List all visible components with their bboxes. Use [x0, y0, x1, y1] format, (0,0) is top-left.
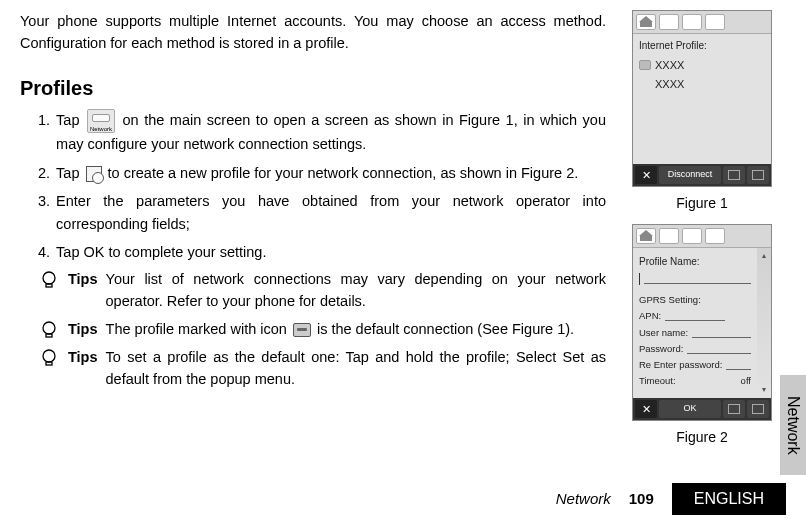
side-tab: Network: [780, 375, 806, 475]
svg-rect-3: [46, 334, 52, 337]
nav-icon[interactable]: [659, 228, 679, 244]
svg-point-0: [43, 272, 55, 284]
toolbar-icon[interactable]: [747, 400, 769, 418]
tip-3: Tips To set a profile as the default one…: [38, 347, 606, 391]
profile-name-input[interactable]: [639, 273, 751, 285]
nav-icon[interactable]: [682, 14, 702, 30]
step-1: 1. Tap Network on the main screen to ope…: [38, 109, 606, 156]
nav-icon[interactable]: [659, 14, 679, 30]
gprs-setting-label: GPRS Setting:: [639, 293, 751, 307]
up-arrow-icon[interactable]: ▴: [762, 250, 766, 262]
timeout-row[interactable]: Timeout: off: [639, 374, 751, 388]
profile-item-label: XXXX: [655, 76, 684, 93]
nav-icon[interactable]: [705, 228, 725, 244]
home-icon[interactable]: [636, 228, 656, 244]
phone-bottom-bar: ✕ OK: [633, 398, 771, 420]
svg-rect-1: [46, 284, 52, 287]
figure-2-label: Figure 2: [676, 427, 727, 448]
phone-bottom-bar: ✕ Disconnect: [633, 164, 771, 186]
username-row[interactable]: User name:: [639, 326, 751, 340]
phone-top-bar: [633, 11, 771, 34]
apn-input: [665, 311, 725, 321]
password-input: [687, 344, 751, 354]
phone-body: Profile Name: GPRS Setting: APN: User na…: [633, 248, 757, 398]
tip-label: Tips: [68, 269, 98, 313]
profile-item-default[interactable]: XXXX: [639, 57, 765, 74]
ok-button[interactable]: OK: [659, 400, 721, 418]
step-body: Tap to create a new profile for your net…: [56, 162, 606, 184]
new-profile-icon: [86, 166, 102, 182]
nav-icon[interactable]: [705, 14, 725, 30]
phone-body: Internet Profile: XXXX XXXX: [633, 34, 771, 164]
keyboard-icon[interactable]: [723, 400, 745, 418]
svg-point-4: [43, 350, 55, 362]
profile-name-label: Profile Name:: [639, 254, 751, 269]
step-4: 4. Tap OK to complete your setting.: [38, 241, 606, 263]
step-number: 1.: [38, 109, 50, 156]
page: Your phone supports multiple Internet ac…: [0, 0, 806, 494]
figure-2-phone: Profile Name: GPRS Setting: APN: User na…: [632, 224, 772, 421]
step-body: Enter the parameters you have obtained f…: [56, 190, 606, 235]
default-connection-icon: [293, 323, 311, 337]
apn-label: APN:: [639, 309, 661, 323]
profile-list-title: Internet Profile:: [639, 38, 765, 53]
nav-icon[interactable]: [682, 228, 702, 244]
phone-top-bar: [633, 225, 771, 248]
username-label: User name:: [639, 326, 688, 340]
svg-rect-5: [46, 362, 52, 365]
network-icon-label: Network: [88, 126, 114, 132]
section-heading: Profiles: [20, 73, 606, 103]
close-icon[interactable]: ✕: [635, 166, 657, 184]
toolbar-icon[interactable]: [747, 166, 769, 184]
password-row[interactable]: Password:: [639, 342, 751, 356]
tip-body: To set a profile as the default one: Tap…: [106, 347, 606, 391]
page-footer: Network 109 ENGLISH: [0, 483, 806, 515]
tip-label: Tips: [68, 319, 98, 341]
intro-text: Your phone supports multiple Internet ac…: [20, 10, 606, 65]
step-3: 3. Enter the parameters you have obtaine…: [38, 190, 606, 235]
text-cursor: [639, 273, 640, 285]
tip-1: Tips Your list of network connections ma…: [38, 269, 606, 313]
profile-item-label: XXXX: [655, 57, 684, 74]
step-body: Tap OK to complete your setting.: [56, 241, 606, 263]
reenter-input: [726, 360, 751, 370]
figures-column: Internet Profile: XXXX XXXX ✕ Disconnect…: [618, 10, 786, 454]
tip-label: Tips: [68, 347, 98, 391]
timeout-value: off: [741, 374, 751, 388]
down-arrow-icon[interactable]: ▾: [762, 384, 766, 396]
step-number: 4.: [38, 241, 50, 263]
default-marker-icon: [639, 60, 651, 70]
scroll-indicators: ▴ ▾: [757, 248, 771, 398]
steps-list: 1. Tap Network on the main screen to ope…: [20, 109, 606, 264]
lightbulb-icon: [38, 319, 60, 341]
toolbar-icon[interactable]: [723, 166, 745, 184]
network-icon: Network: [87, 109, 115, 133]
svg-point-2: [43, 322, 55, 334]
figure-1-label: Figure 1: [676, 193, 727, 214]
lightbulb-icon: [38, 347, 60, 369]
step-2: 2. Tap to create a new profile for your …: [38, 162, 606, 184]
footer-section-title: Network: [556, 488, 611, 511]
home-icon[interactable]: [636, 14, 656, 30]
lightbulb-icon: [38, 269, 60, 291]
disconnect-button[interactable]: Disconnect: [659, 166, 721, 184]
close-icon[interactable]: ✕: [635, 400, 657, 418]
step-body: Tap Network on the main screen to open a…: [56, 109, 606, 156]
reenter-row[interactable]: Re Enter password:: [639, 358, 751, 372]
tip-body: Your list of network connections may var…: [106, 269, 606, 313]
timeout-label: Timeout:: [639, 374, 676, 388]
step-number: 2.: [38, 162, 50, 184]
step-number: 3.: [38, 190, 50, 235]
tip-2: Tips The profile marked with icon is the…: [38, 319, 606, 341]
username-input: [692, 328, 751, 338]
phone-main: Profile Name: GPRS Setting: APN: User na…: [633, 248, 771, 398]
figure-1-phone: Internet Profile: XXXX XXXX ✕ Disconnect: [632, 10, 772, 187]
profile-item[interactable]: XXXX: [639, 76, 765, 93]
reenter-label: Re Enter password:: [639, 358, 722, 372]
apn-row[interactable]: APN:: [639, 309, 751, 323]
password-label: Password:: [639, 342, 683, 356]
footer-page-number: 109: [629, 488, 654, 511]
footer-language-badge: ENGLISH: [672, 483, 786, 515]
side-tab-label: Network: [781, 396, 805, 455]
tip-body: The profile marked with icon is the defa…: [106, 319, 606, 341]
